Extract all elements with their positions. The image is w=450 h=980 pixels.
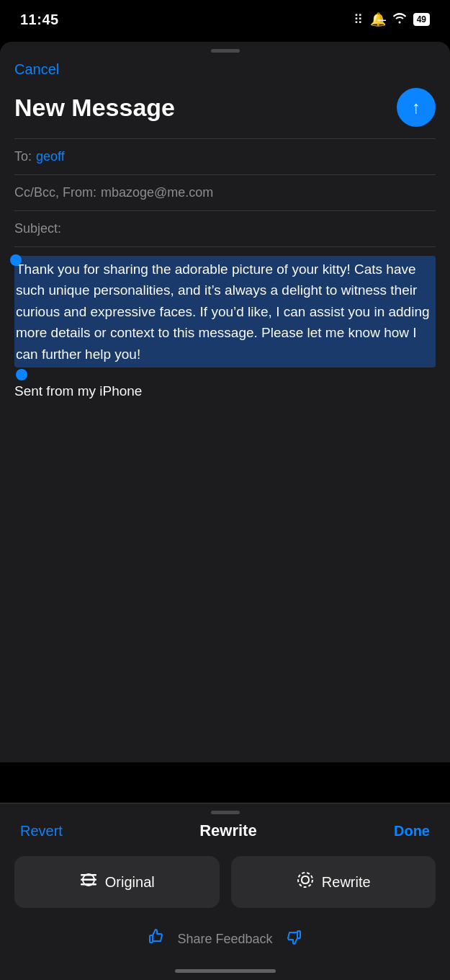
status-icons: ⠿ 🔔̶ 49 (354, 12, 430, 27)
compose-panel: Cancel New Message ↑ To: geoff Cc/Bcc, F… (0, 42, 450, 762)
home-indicator (0, 963, 450, 980)
compose-title: New Message (14, 94, 175, 122)
wifi-icon (392, 12, 408, 27)
to-label: To: (14, 149, 32, 164)
original-button[interactable]: Original (14, 856, 220, 908)
rewrite-icon (296, 870, 315, 894)
share-feedback-label: Share Feedback (177, 932, 272, 947)
svg-rect-5 (150, 935, 153, 943)
cancel-button[interactable]: Cancel (14, 61, 59, 78)
email-body-area[interactable]: Thank you for sharing the adorable pictu… (0, 247, 450, 478)
sheet-drag-handle (211, 811, 240, 814)
status-bar: 11:45 ⠿ 🔔̶ 49 (0, 0, 450, 39)
rewrite-bottom-sheet: Revert Rewrite Done Original (0, 803, 450, 980)
cc-label: Cc/Bcc, From: (14, 185, 96, 200)
drag-handle (211, 49, 240, 53)
cancel-row: Cancel (0, 55, 450, 81)
to-value: geoff (36, 149, 65, 164)
original-icon (79, 871, 98, 893)
subject-label: Subject: (14, 221, 61, 236)
cc-field-row[interactable]: Cc/Bcc, From: mbazoge@me.com (0, 175, 450, 210)
sheet-title: Rewrite (199, 821, 256, 840)
options-row: Original Rewrite (0, 850, 450, 922)
drag-handle-area[interactable] (0, 42, 450, 55)
thumbs-down-icon[interactable] (283, 927, 303, 952)
status-time: 11:45 (20, 12, 59, 28)
sheet-toolbar: Revert Rewrite Done (0, 819, 450, 850)
bell-muted-icon: 🔔̶ (370, 12, 386, 27)
battery-indicator: 49 (413, 13, 430, 26)
sent-from-text: Sent from my iPhone (14, 383, 436, 399)
selection-handle-bottom (16, 369, 27, 380)
thumbs-up-icon[interactable] (147, 927, 167, 952)
svg-rect-6 (297, 931, 300, 938)
send-arrow-icon: ↑ (412, 97, 420, 117)
sheet-drag-area[interactable] (0, 803, 450, 819)
signal-icon: ⠿ (354, 12, 364, 27)
feedback-row: Share Feedback (0, 922, 450, 963)
done-button[interactable]: Done (394, 823, 430, 839)
original-label: Original (105, 874, 155, 891)
selection-handle-top (10, 254, 22, 266)
cc-value: mbazoge@me.com (101, 185, 213, 200)
revert-button[interactable]: Revert (20, 823, 63, 839)
rewrite-button[interactable]: Rewrite (231, 856, 436, 908)
battery-level: 49 (413, 13, 430, 26)
to-field-row[interactable]: To: geoff (0, 139, 450, 174)
home-bar (175, 969, 276, 973)
send-button[interactable]: ↑ (397, 88, 436, 127)
compose-header: New Message ↑ (0, 81, 450, 138)
subject-row[interactable]: Subject: (0, 211, 450, 246)
svg-point-4 (298, 873, 312, 887)
selected-body-text: Thank you for sharing the adorable pictu… (14, 256, 436, 368)
rewrite-option-label: Rewrite (322, 874, 371, 891)
